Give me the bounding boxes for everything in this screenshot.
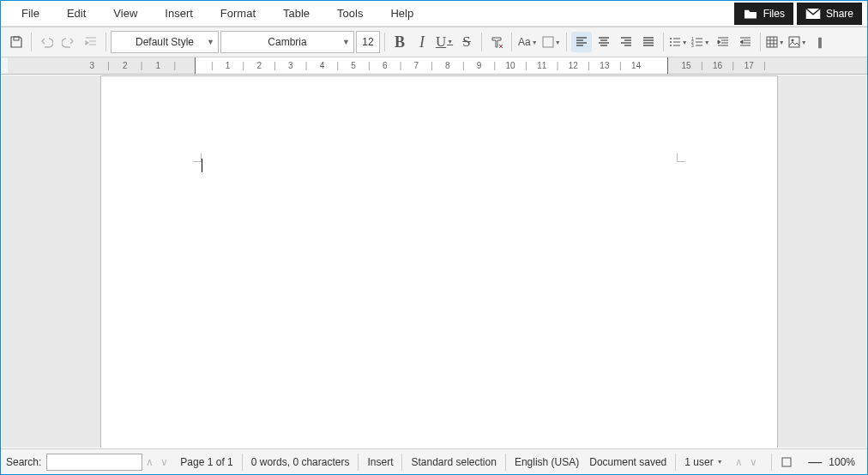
font-name-combo[interactable]: Cambria ▼ [220, 31, 354, 53]
menu-edit[interactable]: Edit [53, 2, 99, 25]
files-button[interactable]: Files [734, 3, 793, 25]
ruler-tick: 4 [307, 61, 336, 70]
menu-tools[interactable]: Tools [323, 2, 377, 25]
svg-point-10 [791, 39, 793, 42]
menu-table[interactable]: Table [269, 2, 323, 25]
svg-rect-11 [782, 458, 791, 466]
underline-button[interactable]: U▼ [434, 32, 455, 52]
search-prev-button[interactable]: ∧ [142, 456, 157, 468]
bold-button[interactable]: B [389, 32, 410, 52]
svg-point-2 [670, 38, 672, 39]
statusbar: Search: ∧ ∨ Page 1 of 1 0 words, 0 chara… [1, 448, 867, 474]
ruler-right-margin: 15| 16| 17| [668, 57, 867, 74]
redo-button[interactable] [58, 32, 79, 52]
menu-insert[interactable]: Insert [151, 2, 207, 25]
chevron-down-icon: ▼ [779, 39, 785, 45]
increase-indent-icon [717, 36, 729, 48]
ruler-main: | 1| 2| 3| 4| 5| 6| 7| 8| 9| 10| 11| 12|… [195, 57, 668, 74]
chevron-down-icon: ▼ [682, 39, 688, 45]
chevron-down-icon: ▼ [342, 38, 350, 46]
bullet-list-button[interactable]: ▼ [668, 32, 689, 52]
ruler-tick: 8 [433, 61, 462, 70]
strikethrough-button[interactable]: S [456, 32, 477, 52]
align-justify-button[interactable] [638, 32, 659, 52]
status-selection-mode[interactable]: Standard selection [401, 454, 504, 471]
status-users-label: 1 user [684, 456, 713, 468]
italic-button[interactable]: I [412, 32, 432, 52]
search-next-button[interactable]: ∨ [157, 456, 172, 468]
align-center-button[interactable] [594, 32, 614, 52]
more-button[interactable]: ‖ [810, 32, 830, 52]
highlight-button[interactable]: ▼ [541, 32, 562, 52]
number-list-icon: 123 [691, 36, 703, 48]
document-page[interactable] [100, 75, 778, 448]
workspace[interactable] [2, 75, 866, 448]
ruler[interactable]: 3| 2| 1| | 1| 2| 3| 4| 5| 6| 7| 8| 9| 10… [1, 57, 867, 75]
status-insert-mode[interactable]: Insert [358, 454, 401, 471]
align-right-button[interactable] [616, 32, 636, 52]
menu-help[interactable]: Help [377, 2, 427, 25]
zoom-controls: — 100% [801, 454, 862, 470]
case-button[interactable]: Aa▼ [516, 32, 539, 52]
chevron-down-icon: ▼ [555, 39, 561, 45]
menu-format[interactable]: Format [207, 2, 269, 25]
search-input[interactable] [46, 454, 142, 471]
page-up-button[interactable]: ∧ [732, 456, 746, 468]
paragraph-style-value: Default Style [136, 36, 194, 48]
ruler-tick: 16 [703, 61, 732, 70]
status-users[interactable]: 1 user▼ [675, 454, 731, 471]
ruler-tick: 6 [371, 61, 400, 70]
chevron-down-icon: ▼ [532, 39, 538, 45]
align-right-icon [620, 36, 632, 48]
page-down-button[interactable]: ∨ [746, 456, 761, 468]
number-list-button[interactable]: 123▼ [690, 32, 711, 52]
align-left-button[interactable] [571, 32, 592, 52]
ruler-tick: 15 [672, 61, 701, 70]
decrease-indent-icon [739, 36, 751, 48]
align-justify-icon [642, 36, 654, 48]
decrease-indent-button[interactable] [735, 32, 756, 52]
ruler-tick: 2 [110, 61, 141, 70]
status-view-mode[interactable] [771, 454, 801, 471]
indent-button[interactable] [81, 32, 101, 52]
folder-icon [743, 8, 758, 20]
share-label: Share [826, 8, 853, 20]
highlight-icon [542, 36, 554, 48]
indent-icon [84, 35, 98, 49]
status-page[interactable]: Page 1 of 1 [172, 454, 241, 471]
page-view-icon [781, 456, 793, 468]
status-word-count[interactable]: 0 words, 0 characters [242, 454, 359, 471]
menu-file[interactable]: File [8, 2, 53, 25]
ruler-left-margin: 3| 2| 1| [8, 57, 195, 74]
menu-view[interactable]: View [99, 2, 151, 25]
ruler-tick: 5 [339, 61, 368, 70]
undo-button[interactable] [36, 32, 57, 52]
align-left-icon [576, 36, 588, 48]
status-language[interactable]: English (USA) [505, 454, 588, 471]
share-button[interactable]: Share [797, 3, 862, 25]
files-label: Files [763, 8, 785, 20]
ruler-tick: 17 [734, 61, 763, 70]
chevron-down-icon: ▼ [717, 459, 723, 465]
paragraph-style-combo[interactable]: Default Style ▼ [111, 31, 219, 53]
insert-table-button[interactable]: ▼ [765, 32, 786, 52]
margin-marker-top-left [193, 153, 202, 162]
svg-rect-1 [543, 37, 553, 47]
insert-image-button[interactable]: ▼ [787, 32, 808, 52]
redo-icon [62, 35, 75, 49]
mail-icon [805, 8, 821, 20]
increase-indent-button[interactable] [713, 32, 733, 52]
svg-rect-9 [789, 37, 799, 47]
clear-formatting-button[interactable] [486, 32, 507, 52]
image-icon [788, 36, 800, 48]
search-label: Search: [6, 456, 46, 468]
bullet-icon [669, 36, 681, 48]
save-button[interactable] [6, 32, 27, 52]
font-size-combo[interactable]: 12 [356, 31, 380, 53]
ruler-tick: 14 [622, 61, 651, 70]
svg-rect-8 [767, 37, 777, 47]
status-saved: Document saved [588, 454, 675, 471]
ruler-tick: 1 [142, 61, 173, 70]
zoom-level[interactable]: 100% [829, 456, 855, 468]
zoom-out-button[interactable]: — [808, 454, 822, 470]
